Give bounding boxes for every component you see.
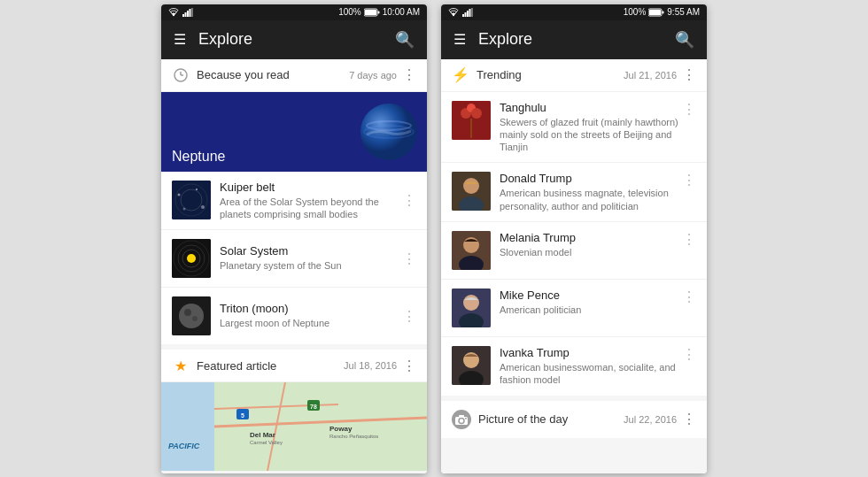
trending-header: ⚡ Trending Jul 21, 2016 ⋮ xyxy=(441,59,707,92)
pence-thumb xyxy=(452,289,491,327)
camera-icon-wrapper xyxy=(452,410,471,429)
svg-point-18 xyxy=(178,194,181,196)
svg-text:Carmel Valley: Carmel Valley xyxy=(250,440,283,445)
neptune-hero[interactable]: Neptune xyxy=(161,92,427,172)
svg-rect-47 xyxy=(465,12,467,17)
svg-point-28 xyxy=(179,304,204,328)
neptune-planet-image xyxy=(358,101,420,163)
status-time: 10:00 AM xyxy=(383,7,420,17)
kuiper-thumb xyxy=(172,181,211,219)
kuiper-more-icon[interactable]: ⋮ xyxy=(402,192,416,209)
because-more-icon[interactable]: ⋮ xyxy=(402,66,416,83)
tanghulu-thumb xyxy=(452,101,491,140)
svg-rect-48 xyxy=(467,11,469,17)
clock-icon-wrapper xyxy=(172,66,190,84)
triton-more-icon[interactable]: ⋮ xyxy=(402,308,416,325)
svg-point-30 xyxy=(192,316,198,321)
melania-desc: Slovenian model xyxy=(500,246,678,258)
page-title-left: Explore xyxy=(198,30,383,49)
svg-rect-32 xyxy=(161,382,214,471)
svg-rect-1 xyxy=(182,14,184,17)
search-button-left[interactable]: 🔍 xyxy=(393,28,416,51)
trending-item-melania[interactable]: Melania Trump Slovenian model ⋮ xyxy=(441,222,707,280)
triton-thumb xyxy=(172,296,211,335)
svg-rect-8 xyxy=(377,11,379,13)
hamburger-menu-button[interactable]: ☰ xyxy=(172,29,188,50)
battery-icon xyxy=(364,8,380,17)
section-header-because: Because you read 7 days ago ⋮ xyxy=(161,59,427,92)
status-bar-right-right-side: 100% 9:55 AM xyxy=(624,7,700,17)
tanghulu-more-icon[interactable]: ⋮ xyxy=(682,101,696,118)
featured-more-icon[interactable]: ⋮ xyxy=(402,358,416,374)
signal-icon-right xyxy=(462,8,473,17)
page-title-right: Explore xyxy=(478,30,663,49)
trending-item-ivanka[interactable]: Ivanka Trump American businesswoman, soc… xyxy=(441,337,707,396)
triton-desc: Largest moon of Neptune xyxy=(220,317,399,329)
hamburger-menu-button-right[interactable]: ☰ xyxy=(452,29,468,50)
trump-more-icon[interactable]: ⋮ xyxy=(682,172,696,188)
trump-text: Donald Trump American business magnate, … xyxy=(500,172,678,212)
pence-more-icon[interactable]: ⋮ xyxy=(682,289,696,305)
bolt-icon: ⚡ xyxy=(452,66,469,83)
battery-pct: 100% xyxy=(338,7,361,17)
neptune-title: Neptune xyxy=(172,149,226,165)
tanghulu-text: Tanghulu Skewers of glazed fruit (mainly… xyxy=(500,101,678,154)
melania-more-icon[interactable]: ⋮ xyxy=(682,231,696,248)
svg-rect-52 xyxy=(649,10,661,15)
featured-map[interactable]: 5 78 Del Mar Carmel Valley Poway Rancho … xyxy=(161,382,427,471)
svg-point-19 xyxy=(201,205,205,209)
camera-icon xyxy=(455,414,468,425)
pod-more-icon[interactable]: ⋮ xyxy=(682,411,696,427)
status-bar-right-side: 100% 10:00 AM xyxy=(338,7,420,17)
tanghulu-title: Tanghulu xyxy=(500,101,678,114)
svg-point-45 xyxy=(453,14,454,16)
pence-title: Mike Pence xyxy=(500,289,678,302)
because-you-read-section: Because you read 7 days ago ⋮ Neptune xyxy=(161,59,427,345)
content-right: ⚡ Trending Jul 21, 2016 ⋮ xyxy=(441,59,707,473)
solar-more-icon[interactable]: ⋮ xyxy=(402,250,416,267)
clock-icon xyxy=(174,68,188,82)
list-item-triton[interactable]: Triton (moon) Largest moon of Neptune ⋮ xyxy=(161,288,427,344)
svg-text:PACIFIC: PACIFIC xyxy=(168,442,200,450)
status-bar-left-side xyxy=(168,8,193,17)
pod-row: Picture of the day Jul 22, 2016 ⋮ xyxy=(441,401,707,438)
featured-date: Jul 18, 2016 xyxy=(344,360,397,371)
trending-item-trump[interactable]: Donald Trump American business magnate, … xyxy=(441,163,707,222)
star-icon: ★ xyxy=(174,358,187,374)
ivanka-desc: American businesswoman, socialite, and f… xyxy=(500,361,678,387)
trump-thumb xyxy=(452,172,491,211)
svg-rect-3 xyxy=(187,11,189,17)
list-item-solar[interactable]: Solar System Planetary system of the Sun… xyxy=(161,230,427,288)
svg-text:Poway: Poway xyxy=(329,425,353,433)
content-left: Because you read 7 days ago ⋮ Neptune xyxy=(161,59,427,473)
phone-left: 100% 10:00 AM ☰ Explore 🔍 xyxy=(161,4,427,473)
trending-more-icon[interactable]: ⋮ xyxy=(682,66,696,83)
solar-thumb xyxy=(172,239,211,278)
svg-point-66 xyxy=(463,295,479,311)
pod-label: Picture of the day xyxy=(478,412,624,426)
trending-item-pence[interactable]: Mike Pence American politician ⋮ xyxy=(441,280,707,337)
ivanka-thumb xyxy=(452,346,491,385)
melania-title: Melania Trump xyxy=(500,231,678,244)
star-icon-wrapper: ★ xyxy=(172,357,190,374)
picture-of-day-section: Picture of the day Jul 22, 2016 ⋮ xyxy=(441,401,707,438)
list-item-kuiper[interactable]: Kuiper belt Area of the Solar System bey… xyxy=(161,172,427,231)
svg-rect-74 xyxy=(465,418,467,419)
map-background: 5 78 Del Mar Carmel Valley Poway Rancho … xyxy=(161,382,427,471)
svg-rect-73 xyxy=(459,415,464,418)
map-svg: 5 78 Del Mar Carmel Valley Poway Rancho … xyxy=(161,382,427,471)
trump-title: Donald Trump xyxy=(500,172,678,185)
svg-rect-5 xyxy=(191,8,193,17)
status-time-right: 9:55 AM xyxy=(667,7,700,17)
trump-desc: American business magnate, television pe… xyxy=(500,187,678,212)
svg-rect-15 xyxy=(172,181,211,219)
ivanka-more-icon[interactable]: ⋮ xyxy=(682,346,696,363)
trending-item-tanghulu[interactable]: Tanghulu Skewers of glazed fruit (mainly… xyxy=(441,92,707,164)
top-bar-left: ☰ Explore 🔍 xyxy=(161,20,427,59)
search-button-right[interactable]: 🔍 xyxy=(673,28,696,51)
svg-rect-50 xyxy=(471,8,473,17)
trending-label: Trending xyxy=(477,68,624,81)
svg-point-57 xyxy=(471,108,482,119)
melania-text: Melania Trump Slovenian model xyxy=(500,231,678,258)
featured-label: Featured article xyxy=(197,359,344,373)
